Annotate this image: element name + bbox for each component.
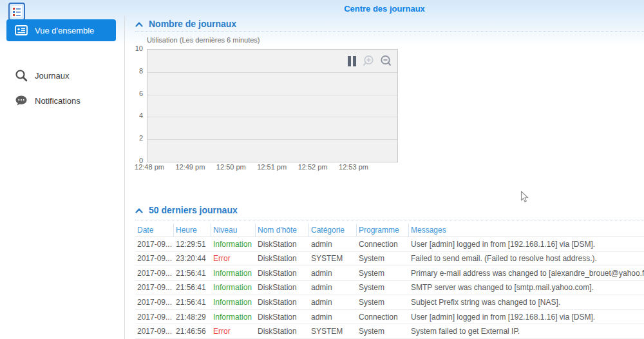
- zoom-in-icon[interactable]: [362, 55, 374, 67]
- chart-plot: [147, 49, 398, 162]
- chart-gridline: [147, 95, 397, 95]
- table-cell: SYSTEM: [309, 324, 357, 338]
- main-content: Nombre de journaux Utilisation (Les dern…: [125, 0, 644, 339]
- x-axis-tick-label: 12:51 pm: [257, 163, 287, 171]
- column-header[interactable]: Date: [135, 224, 174, 237]
- x-axis-tick-label: 12:52 pm: [298, 163, 328, 171]
- table-cell: admin: [309, 237, 357, 251]
- table-cell: Subject Prefix string was changed to [NA…: [409, 295, 644, 309]
- chart-gridline: [147, 72, 397, 73]
- table-cell: System: [357, 295, 409, 309]
- column-header[interactable]: Nom d'hôte: [256, 224, 309, 237]
- column-header[interactable]: Heure: [174, 224, 211, 237]
- table-cell: DiskStation: [256, 324, 309, 338]
- table-cell: admin: [309, 266, 357, 280]
- x-axis-tick-label: 12:48 pm: [135, 163, 164, 171]
- table-cell: Information: [211, 310, 256, 324]
- section-separator: [135, 220, 644, 220]
- table-cell: System: [357, 251, 409, 266]
- chevron-up-icon: [135, 21, 143, 27]
- table-cell: DiskStation: [256, 310, 309, 324]
- table-cell: DiskStation: [256, 237, 309, 251]
- table-cell: User [admin] logged in from [192.168.1.1…: [409, 237, 644, 251]
- table-cell: Failed to send email. (Failed to resolve…: [409, 251, 644, 266]
- table-cell: Information: [211, 295, 256, 309]
- table-row[interactable]: 2017-09...21:56:41InformationDiskStation…: [135, 295, 644, 310]
- column-header[interactable]: Messages: [409, 224, 644, 237]
- table-cell: 2017-09...: [135, 324, 174, 338]
- table-cell: SMTP server was changed to [smtp.mail.ya…: [409, 280, 644, 295]
- table-cell: SYSTEM: [309, 251, 357, 266]
- y-axis-tick-label: 8: [125, 67, 143, 75]
- table-cell: DiskStation: [256, 295, 309, 309]
- table-cell: DiskStation: [256, 280, 309, 295]
- table-row[interactable]: 2017-09...12:29:51InformationDiskStation…: [135, 237, 644, 252]
- table-cell: 21:56:41: [174, 266, 211, 280]
- table-cell: Connection: [357, 310, 409, 324]
- table-cell: 2017-09...: [135, 251, 174, 266]
- sidebar-item-overview[interactable]: Vue d'ensemble: [6, 19, 116, 41]
- pause-icon[interactable]: [348, 56, 356, 66]
- table-row[interactable]: 2017-09...23:20:44ErrorDiskStationSYSTEM…: [135, 252, 644, 267]
- table-body: 2017-09...12:29:51InformationDiskStation…: [135, 237, 644, 339]
- section-header-recent-logs[interactable]: 50 derniers journaux: [135, 204, 238, 216]
- mouse-cursor: [520, 191, 529, 203]
- y-axis-tick-label: 4: [125, 111, 143, 119]
- table-cell: 21:56:41: [174, 280, 211, 295]
- table-cell: 21:48:29: [174, 310, 211, 324]
- table-cell: 21:56:41: [174, 295, 211, 309]
- table-cell: DiskStation: [256, 251, 309, 266]
- table-cell: Error: [211, 324, 256, 338]
- column-header[interactable]: Niveau: [211, 224, 256, 237]
- table-cell: System failed to get External IP.: [409, 324, 644, 338]
- table-cell: Information: [211, 237, 256, 251]
- table-row[interactable]: 2017-09...21:56:41InformationDiskStation…: [135, 281, 644, 296]
- chart-gridline: [147, 117, 397, 117]
- table-cell: admin: [309, 295, 357, 309]
- search-icon: [15, 69, 28, 82]
- table-cell: 2017-09...: [135, 295, 174, 309]
- section-title: 50 derniers journaux: [149, 205, 238, 215]
- sidebar-item-label: Journaux: [35, 71, 69, 81]
- table-cell: 2017-09...: [135, 310, 174, 324]
- section-separator: [135, 31, 644, 32]
- table-cell: User [admin] logged in from [192.168.1.1…: [409, 310, 644, 324]
- sidebar-item-label: Vue d'ensemble: [35, 26, 94, 35]
- x-axis-tick-label: 12:53 pm: [339, 163, 368, 171]
- section-title: Nombre de journaux: [149, 19, 236, 29]
- table-cell: System: [357, 266, 409, 280]
- table-cell: Error: [211, 251, 256, 266]
- table-cell: Connection: [357, 237, 409, 251]
- y-axis-tick-label: 6: [125, 90, 143, 97]
- table-cell: admin: [309, 280, 357, 295]
- table-header-row: DateHeureNiveauNom d'hôteCatégorieProgra…: [135, 223, 644, 237]
- sidebar-item-logs[interactable]: Journaux: [6, 64, 116, 86]
- table-cell: Primary e-mail address was changed to [a…: [409, 266, 644, 280]
- chart-controls: [348, 55, 392, 67]
- table-cell: 2017-09...: [135, 280, 174, 295]
- chart-gridline: [147, 139, 397, 140]
- overview-card-icon: [15, 24, 28, 37]
- table-cell: admin: [309, 310, 357, 324]
- x-axis-tick-label: 12:50 pm: [216, 163, 246, 171]
- table-row[interactable]: 2017-09...21:48:29InformationDiskStation…: [135, 310, 644, 325]
- table-cell: 21:46:56: [174, 324, 211, 338]
- column-header[interactable]: Programme: [357, 224, 409, 237]
- x-axis-tick-label: 12:49 pm: [175, 163, 205, 171]
- sidebar-item-notifications[interactable]: Notifications: [6, 90, 116, 111]
- column-header[interactable]: Catégorie: [309, 224, 357, 237]
- section-header-log-count[interactable]: Nombre de journaux: [135, 18, 236, 30]
- chat-bubble-icon: [15, 94, 28, 107]
- table-cell: Information: [211, 266, 256, 280]
- table-row[interactable]: 2017-09...21:56:41InformationDiskStation…: [135, 266, 644, 281]
- table-row[interactable]: 2017-09...21:46:56ErrorDiskStationSYSTEM…: [135, 324, 644, 339]
- table-cell: 23:20:44: [174, 251, 211, 266]
- chart-subtitle: Utilisation (Les dernières 6 minutes): [147, 36, 260, 44]
- sidebar: Vue d'ensemble Journaux Notifications: [0, 16, 124, 339]
- y-axis-tick-label: 10: [125, 44, 143, 52]
- table-cell: 12:29:51: [174, 237, 211, 251]
- table-cell: 2017-09...: [135, 237, 174, 251]
- table-cell: System: [357, 324, 409, 338]
- zoom-out-icon[interactable]: [380, 55, 392, 67]
- y-axis-tick-label: 2: [125, 134, 143, 142]
